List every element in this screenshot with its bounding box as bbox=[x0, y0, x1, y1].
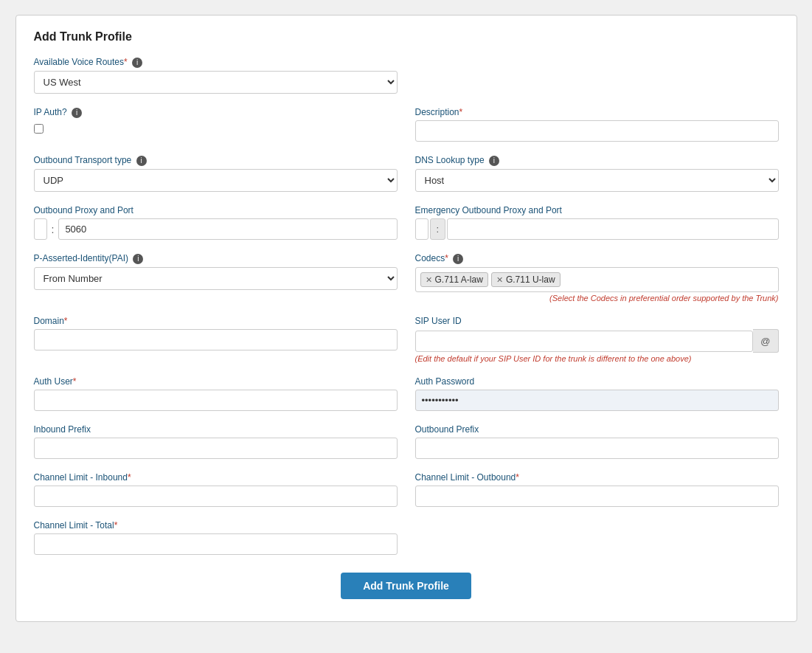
label-inbound-prefix: Inbound Prefix bbox=[34, 424, 398, 435]
at-button[interactable]: @ bbox=[753, 329, 778, 353]
row-domain-sip: Domain* SIP User ID @ (Edit the default … bbox=[34, 316, 779, 363]
proxy-port-row: : bbox=[34, 218, 398, 240]
sip-user-hint: (Edit the default if your SIP User ID fo… bbox=[415, 354, 779, 363]
row-transport-dns: Outbound Transport type i UDP TCP TLS DN… bbox=[34, 155, 779, 192]
label-domain: Domain* bbox=[34, 316, 398, 326]
label-ip-auth: IP Auth? i bbox=[34, 107, 398, 118]
select-outbound-transport[interactable]: UDP TCP TLS bbox=[34, 169, 398, 192]
row-voice-routes: Available Voice Routes* i US West US Eas… bbox=[34, 57, 779, 94]
submit-button[interactable]: Add Trunk Profile bbox=[341, 573, 471, 599]
label-codecs: Codecs* i bbox=[415, 253, 779, 264]
group-emergency-proxy: Emergency Outbound Proxy and Port : bbox=[415, 205, 779, 240]
row-proxy: Outbound Proxy and Port : Emergency Outb… bbox=[34, 205, 779, 240]
codec-label-711u: G.711 U-law bbox=[506, 274, 555, 285]
group-channel-inbound: Channel Limit - Inbound* bbox=[34, 472, 398, 507]
info-icon-voice-routes[interactable]: i bbox=[132, 58, 142, 68]
label-emergency-proxy: Emergency Outbound Proxy and Port bbox=[415, 205, 779, 215]
group-auth-user: Auth User* bbox=[34, 376, 398, 411]
sip-user-row: @ bbox=[415, 329, 779, 353]
label-pai: P-Asserted-Identity(PAI) i bbox=[34, 253, 398, 264]
group-sip-user-id: SIP User ID @ (Edit the default if your … bbox=[415, 316, 779, 363]
codecs-container[interactable]: ✕ G.711 A-law ✕ G.711 U-law bbox=[415, 267, 779, 292]
label-outbound-transport: Outbound Transport type i bbox=[34, 155, 398, 166]
codec-tag-711a: ✕ G.711 A-law bbox=[420, 272, 488, 287]
input-outbound-prefix[interactable] bbox=[415, 438, 779, 459]
group-outbound-transport: Outbound Transport type i UDP TCP TLS bbox=[34, 155, 398, 192]
input-channel-outbound[interactable] bbox=[415, 486, 779, 507]
group-dns-lookup: DNS Lookup type i Host SRV NAPTR bbox=[415, 155, 779, 192]
label-dns-lookup: DNS Lookup type i bbox=[415, 155, 779, 166]
row-channel-limits-1: Channel Limit - Inbound* Channel Limit -… bbox=[34, 472, 779, 507]
group-auth-password: Auth Password bbox=[415, 376, 779, 411]
label-auth-user: Auth User* bbox=[34, 376, 398, 387]
form-title: Add Trunk Profile bbox=[34, 30, 779, 44]
input-outbound-port[interactable] bbox=[58, 218, 397, 240]
label-sip-user-id: SIP User ID bbox=[415, 316, 779, 326]
group-voice-routes: Available Voice Routes* i US West US Eas… bbox=[34, 57, 398, 94]
remove-codec-711u[interactable]: ✕ bbox=[496, 275, 503, 285]
select-pai[interactable]: From Number From Name Custom bbox=[34, 267, 398, 290]
proxy-colon: : bbox=[50, 224, 56, 235]
label-channel-inbound: Channel Limit - Inbound* bbox=[34, 472, 398, 483]
group-codecs: Codecs* i ✕ G.711 A-law ✕ G.711 U-law (S… bbox=[415, 253, 779, 303]
row-channel-total: Channel Limit - Total* bbox=[34, 520, 779, 555]
submit-row: Add Trunk Profile bbox=[34, 573, 779, 599]
ip-auth-checkbox[interactable] bbox=[34, 124, 44, 134]
group-inbound-prefix: Inbound Prefix bbox=[34, 424, 398, 459]
row-prefixes: Inbound Prefix Outbound Prefix bbox=[34, 424, 779, 459]
select-voice-routes[interactable]: US West US East EU West bbox=[34, 71, 398, 94]
input-description[interactable] bbox=[415, 120, 779, 142]
group-pai: P-Asserted-Identity(PAI) i From Number F… bbox=[34, 253, 398, 303]
select-dns-lookup[interactable]: Host SRV NAPTR bbox=[415, 169, 779, 192]
input-channel-inbound[interactable] bbox=[34, 486, 398, 507]
codec-label-711a: G.711 A-law bbox=[435, 274, 483, 285]
label-channel-outbound: Channel Limit - Outbound* bbox=[415, 472, 779, 483]
input-auth-user[interactable] bbox=[34, 390, 398, 411]
codec-tag-711u: ✕ G.711 U-law bbox=[491, 272, 561, 287]
input-outbound-proxy[interactable] bbox=[34, 218, 47, 240]
label-channel-total: Channel Limit - Total* bbox=[34, 520, 398, 531]
input-emergency-proxy[interactable] bbox=[415, 218, 428, 240]
info-icon-ip-auth[interactable]: i bbox=[72, 108, 82, 118]
group-ip-auth: IP Auth? i bbox=[34, 107, 398, 142]
group-outbound-proxy: Outbound Proxy and Port : bbox=[34, 205, 398, 240]
remove-codec-711a[interactable]: ✕ bbox=[426, 275, 432, 285]
codecs-hint: (Select the Codecs in preferential order… bbox=[415, 294, 779, 303]
row-pai-codecs: P-Asserted-Identity(PAI) i From Number F… bbox=[34, 253, 779, 303]
label-outbound-proxy: Outbound Proxy and Port bbox=[34, 205, 398, 215]
ip-auth-checkbox-group bbox=[34, 124, 398, 134]
input-auth-password[interactable] bbox=[415, 390, 779, 411]
label-auth-password: Auth Password bbox=[415, 376, 779, 387]
emergency-colon: : bbox=[430, 218, 446, 240]
group-spacer-1 bbox=[415, 57, 779, 94]
group-channel-outbound: Channel Limit - Outbound* bbox=[415, 472, 779, 507]
info-icon-dns[interactable]: i bbox=[489, 156, 499, 166]
info-icon-transport[interactable]: i bbox=[136, 156, 147, 166]
input-sip-user-id[interactable] bbox=[415, 331, 754, 352]
info-icon-codecs[interactable]: i bbox=[453, 254, 463, 264]
input-emergency-port[interactable] bbox=[447, 218, 778, 240]
add-trunk-profile-form: Add Trunk Profile Available Voice Routes… bbox=[15, 15, 797, 622]
input-inbound-prefix[interactable] bbox=[34, 438, 398, 459]
input-channel-total[interactable] bbox=[34, 533, 398, 555]
label-voice-routes: Available Voice Routes* i bbox=[34, 57, 398, 68]
group-outbound-prefix: Outbound Prefix bbox=[415, 424, 779, 459]
group-description: Description* bbox=[415, 107, 779, 142]
emergency-port-box: : bbox=[415, 218, 779, 240]
info-icon-pai[interactable]: i bbox=[133, 254, 143, 264]
group-domain: Domain* bbox=[34, 316, 398, 363]
label-outbound-prefix: Outbound Prefix bbox=[415, 424, 779, 435]
label-description: Description* bbox=[415, 107, 779, 117]
row-auth: Auth User* Auth Password bbox=[34, 376, 779, 411]
group-spacer-2 bbox=[415, 520, 779, 555]
input-domain[interactable] bbox=[34, 329, 398, 350]
row-ip-auth-description: IP Auth? i Description* bbox=[34, 107, 779, 142]
group-channel-total: Channel Limit - Total* bbox=[34, 520, 398, 555]
